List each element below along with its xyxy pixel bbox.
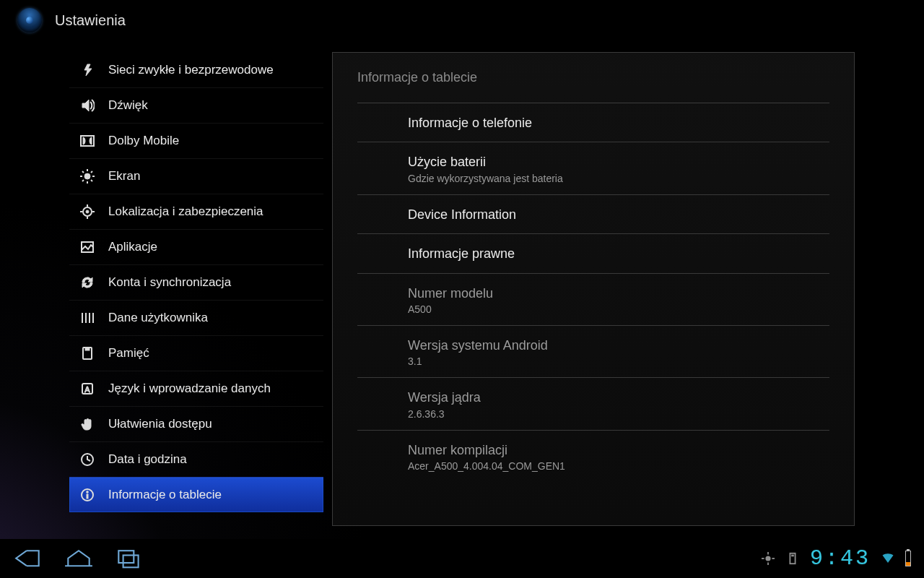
sidebar-item-label: Język i wprowadzanie danych: [108, 381, 271, 396]
apps-icon: [79, 239, 95, 255]
sidebar-item-brightness[interactable]: Ekran: [69, 158, 323, 194]
row-title: Informacje o telefonie: [408, 115, 829, 131]
sidebar-item-label: Lokalizacja i zabezpieczenia: [108, 204, 263, 219]
row-subtitle: Acer_A500_4.004.04_COM_GEN1: [408, 460, 829, 472]
settings-row-link[interactable]: Użycie bateriiGdzie wykorzystywana jest …: [357, 142, 829, 194]
svg-rect-9: [791, 555, 794, 557]
hand-icon: [79, 416, 95, 432]
dolby-icon: [79, 133, 95, 149]
clock-icon: [79, 452, 95, 467]
sidebar-item-hand[interactable]: Ułatwienia dostępu: [69, 406, 323, 441]
sidebar-item-privacy[interactable]: Dane użytkownika: [69, 300, 323, 335]
status-tray[interactable]: 9:43: [761, 546, 911, 571]
sidebar-item-label: Ekran: [108, 169, 140, 184]
back-button[interactable]: [13, 546, 43, 571]
row-title: Użycie baterii: [408, 154, 829, 171]
detail-panel: Informacje o tablecie Informacje o telef…: [332, 52, 855, 526]
sidebar-item-info[interactable]: Informacje o tablecie: [69, 477, 323, 512]
sidebar-item-storage[interactable]: Pamięć: [69, 335, 323, 371]
sidebar-item-label: Sieci zwykłe i bezprzewodowe: [108, 63, 274, 77]
app-icon: [17, 8, 42, 33]
sidebar-item-dolby[interactable]: Dolby Mobile: [69, 123, 323, 158]
location-icon: [79, 204, 95, 220]
language-icon: [79, 381, 95, 397]
sidebar-item-label: Dane użytkownika: [108, 311, 208, 325]
recent-apps-button[interactable]: [114, 546, 144, 571]
brightness-icon: [79, 168, 95, 184]
title-bar: Ustawienia: [0, 0, 924, 40]
sidebar-item-location[interactable]: Lokalizacja i zabezpieczenia: [69, 194, 323, 229]
clock: 9:43: [810, 546, 871, 571]
system-bar: 9:43: [0, 539, 924, 578]
settings-row-link[interactable]: Device Information: [357, 195, 829, 234]
row-title: Device Information: [408, 207, 829, 223]
row-title: Numer kompilacji: [408, 442, 829, 459]
sidebar-item-wireless[interactable]: Sieci zwykłe i bezprzewodowe: [69, 52, 323, 87]
sidebar-item-clock[interactable]: Data i godzina: [69, 441, 323, 477]
sidebar-item-label: Data i godzina: [108, 452, 187, 467]
settings-row-link[interactable]: Informacje prawne: [357, 234, 829, 273]
settings-row-info: Numer modeluA500: [357, 274, 829, 326]
svg-point-3: [765, 556, 770, 561]
settings-row-info: Numer kompilacjiAcer_A500_4.004.04_COM_G…: [357, 431, 829, 482]
usb-icon: [785, 551, 800, 566]
battery-icon: [905, 551, 911, 566]
sidebar-item-label: Informacje o tablecie: [108, 488, 222, 502]
svg-rect-1: [118, 551, 134, 563]
row-title: Numer modelu: [408, 285, 829, 302]
sync-icon: [79, 275, 95, 290]
settings-row-link[interactable]: Informacje o telefonie: [357, 103, 829, 142]
settings-row-info: Wersja jądra2.6.36.3: [357, 378, 829, 430]
sidebar-item-label: Dolby Mobile: [108, 134, 179, 148]
wireless-icon: [79, 62, 95, 78]
row-subtitle: 2.6.36.3: [408, 408, 829, 420]
settings-sidebar: Sieci zwykłe i bezprzewodoweDźwiękDolby …: [69, 52, 323, 526]
sidebar-item-speaker[interactable]: Dźwięk: [69, 87, 323, 123]
main-area: Sieci zwykłe i bezprzewodoweDźwiękDolby …: [69, 52, 855, 526]
sidebar-item-label: Aplikacje: [108, 240, 157, 254]
sidebar-item-language[interactable]: Język i wprowadzanie danych: [69, 371, 323, 406]
speaker-icon: [79, 98, 95, 113]
settings-row-info: Wersja systemu Android3.1: [357, 326, 829, 378]
debug-icon: [761, 551, 775, 566]
sidebar-item-sync[interactable]: Konta i synchronizacja: [69, 264, 323, 300]
sidebar-item-label: Konta i synchronizacja: [108, 275, 231, 290]
panel-header: Informacje o tablecie: [357, 53, 829, 103]
row-title: Wersja systemu Android: [408, 337, 829, 354]
row-subtitle: 3.1: [408, 355, 829, 367]
wifi-icon: [881, 551, 895, 566]
info-icon: [79, 487, 95, 503]
row-subtitle: Gdzie wykorzystywana jest bateria: [408, 173, 829, 184]
storage-icon: [79, 345, 95, 361]
panel-body: Informacje o telefonieUżycie bateriiGdzi…: [357, 103, 829, 482]
sidebar-item-label: Pamięć: [108, 346, 149, 361]
sidebar-item-label: Dźwięk: [108, 98, 148, 113]
sidebar-item-label: Ułatwienia dostępu: [108, 417, 212, 431]
nav-buttons: [13, 546, 144, 571]
privacy-icon: [79, 310, 95, 326]
svg-rect-2: [123, 556, 139, 568]
row-title: Wersja jądra: [408, 389, 829, 406]
row-subtitle: A500: [408, 303, 829, 315]
home-button[interactable]: [64, 546, 94, 571]
row-title: Informacje prawne: [408, 246, 829, 262]
page-title: Ustawienia: [55, 12, 126, 29]
sidebar-item-apps[interactable]: Aplikacje: [69, 229, 323, 264]
